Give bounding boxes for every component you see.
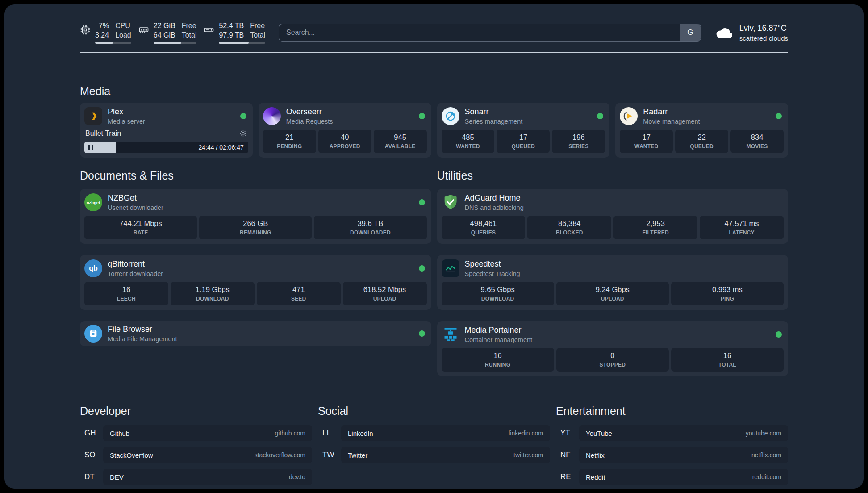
memory-progress-bar: [154, 42, 197, 44]
bookmark-name: LinkedIn: [348, 430, 373, 437]
service-card-speedtest[interactable]: Speedtest Speedtest Tracking 9.65 Gbps D…: [437, 255, 789, 310]
stat-label: UPLOAD: [345, 296, 425, 302]
stat-label: QUEUED: [677, 143, 726, 150]
section-title-utilities: Utilities: [437, 168, 789, 183]
service-description: Media File Management: [108, 335, 413, 343]
service-card-radarr[interactable]: Radarr Movie management 17 WANTED 22 QUE…: [615, 103, 788, 158]
search-provider-button[interactable]: G: [680, 24, 701, 41]
stat-label: RATE: [86, 230, 195, 236]
weather-widget[interactable]: Lviv, 16.87°C scattered clouds: [714, 23, 788, 42]
bookmark-netflix[interactable]: NF Netflix netflix.com: [556, 447, 788, 463]
service-card-sonarr[interactable]: Sonarr Series management 485 WANTED 17 Q…: [437, 103, 610, 158]
bookmark-name: DEV: [110, 473, 124, 481]
stat-queued: 17 QUEUED: [497, 130, 550, 153]
stat-label: WANTED: [622, 143, 671, 150]
pause-icon[interactable]: [88, 145, 93, 150]
stat-upload: 9.24 Gbps UPLOAD: [556, 282, 669, 305]
bookmark-group-social: Social LI LinkedIn linkedin.com TW Twitt…: [318, 404, 550, 485]
weather-condition: scattered clouds: [739, 34, 788, 42]
stat-value: 16: [86, 285, 167, 294]
top-bar: 7% 3.24 CPU Load: [80, 4, 788, 44]
sonarr-icon: [442, 107, 459, 125]
status-dot: [419, 330, 425, 337]
service-card-filebrowser[interactable]: File Browser Media File Management: [80, 321, 431, 346]
disk-total-label: Total: [250, 31, 265, 39]
stat-value: 86,384: [529, 219, 609, 228]
bookmark-twitter[interactable]: TW Twitter twitter.com: [318, 447, 550, 463]
disk-progress-bar: [219, 42, 265, 44]
stat-label: UPLOAD: [558, 296, 667, 302]
memory-total-label: Total: [182, 31, 197, 39]
bookmark-github[interactable]: GH Github github.com: [80, 425, 312, 441]
stat-wanted: 485 WANTED: [442, 130, 495, 153]
bookmark-name: Netflix: [586, 451, 605, 459]
memory-free-value: 22 GiB: [154, 21, 175, 30]
service-card-nzbget[interactable]: nzbget NZBGet Usenet downloader 744.21 M…: [80, 189, 431, 244]
stat-label: LEECH: [86, 296, 167, 302]
stat-value: 196: [554, 133, 603, 142]
status-dot: [597, 113, 603, 119]
service-name: AdGuard Home: [465, 193, 784, 203]
disk-icon: [204, 25, 214, 35]
bookmark-abbr: GH: [80, 429, 103, 438]
stat-value: 498,461: [443, 219, 524, 228]
stat-value: 22: [677, 133, 726, 142]
section-utilities: Utilities AdGuard Home: [437, 168, 789, 376]
bookmark-abbr: NF: [556, 451, 579, 460]
bookmark-name: Twitter: [348, 451, 367, 459]
service-card-portainer[interactable]: Media Portainer Container management 16 …: [437, 321, 789, 376]
stat-total: 16 TOTAL: [671, 348, 784, 372]
service-description: Container management: [465, 336, 771, 343]
stat-value: 21: [265, 133, 314, 142]
service-card-qbittorrent[interactable]: qb qBittorrent Torrent downloader 16 LEE…: [80, 255, 431, 310]
player-progress-bar[interactable]: 24:44 / 02:06:47: [84, 142, 248, 153]
stat-label: PING: [673, 296, 782, 302]
stat-blocked: 86,384 BLOCKED: [527, 216, 611, 239]
service-name: Sonarr: [465, 107, 592, 117]
stat-value: 47.571 ms: [701, 219, 782, 228]
bookmark-reddit[interactable]: RE Reddit reddit.com: [556, 469, 788, 485]
service-card-overseerr[interactable]: Overseerr Media Requests 21 PENDING 40 A…: [259, 103, 431, 158]
search-input[interactable]: [279, 24, 680, 41]
search-bar[interactable]: G: [279, 24, 701, 42]
status-dot: [419, 113, 425, 119]
player-track-title: Bullet Train: [85, 130, 121, 138]
stat-label: SERIES: [554, 143, 603, 150]
stat-label: TOTAL: [673, 362, 782, 368]
stat-label: SEED: [259, 296, 339, 302]
service-card-plex[interactable]: Plex Media server Bullet Train: [80, 103, 253, 158]
nzbget-icon: nzbget: [84, 193, 102, 211]
bookmark-stackoverflow[interactable]: SO StackOverflow stackoverflow.com: [80, 447, 312, 463]
stat-value: 16: [673, 351, 782, 360]
service-name: File Browser: [108, 325, 413, 334]
stat-upload: 618.52 Mbps UPLOAD: [343, 282, 427, 305]
bookmark-group-developer: Developer GH Github github.com SO StackO…: [80, 404, 312, 485]
stat-value: 834: [732, 133, 782, 142]
overseerr-icon: [263, 107, 281, 125]
cpu-widget: 7% 3.24 CPU Load: [80, 21, 131, 44]
stat-label: FILTERED: [615, 230, 696, 236]
bookmark-abbr: DT: [80, 472, 103, 481]
disk-free-value: 52.4 TB: [219, 21, 244, 30]
stat-label: RUNNING: [443, 362, 552, 368]
disk-total-value: 97.9 TB: [219, 31, 244, 39]
stat-label: DOWNLOAD: [443, 296, 552, 302]
service-card-adguard[interactable]: AdGuard Home DNS and adblocking 498,461 …: [437, 189, 789, 244]
section-media: Media Plex Media server: [80, 84, 788, 158]
gear-icon[interactable]: [239, 129, 247, 138]
bookmark-youtube[interactable]: YT YouTube youtube.com: [556, 425, 788, 441]
bookmark-linkedin[interactable]: LI LinkedIn linkedin.com: [318, 425, 550, 441]
cpu-load-value: 3.24: [95, 31, 109, 39]
stat-queued: 22 QUEUED: [675, 130, 728, 153]
service-name: Speedtest: [465, 259, 784, 269]
radarr-icon: [620, 107, 638, 125]
memory-total-value: 64 GiB: [154, 31, 175, 39]
section-title-documents: Documents & Files: [80, 168, 431, 183]
stat-value: 1.19 Gbps: [172, 285, 253, 294]
bookmark-dev[interactable]: DT DEV dev.to: [80, 469, 312, 485]
stat-rate: 744.21 Mbps RATE: [84, 216, 197, 239]
service-description: Speedtest Tracking: [465, 270, 784, 277]
stat-label: LATENCY: [701, 230, 782, 236]
service-description: Media Requests: [286, 118, 413, 125]
stat-value: 9.65 Gbps: [443, 285, 552, 294]
